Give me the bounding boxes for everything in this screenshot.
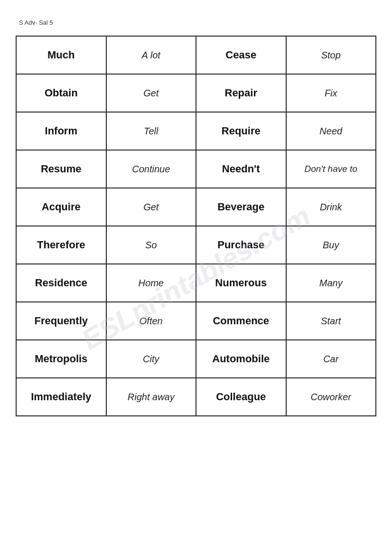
table-row: Automobile [196, 340, 286, 378]
def-7-2: Start [321, 316, 341, 326]
def-0-2: Stop [321, 50, 341, 60]
term-5-1: Therefore [37, 239, 85, 251]
term-5-2: Purchase [217, 239, 264, 251]
term-6-1: Residence [35, 277, 87, 289]
term-4-2: Beverage [217, 201, 264, 213]
table-row: Continue [106, 150, 196, 188]
table-row: Obtain [16, 74, 106, 112]
table-row: City [106, 340, 196, 378]
term-7-1: Frequently [35, 315, 88, 327]
table-row: Buy [286, 226, 376, 264]
def-9-1: Right away [128, 392, 175, 402]
table-row: Colleague [196, 378, 286, 416]
table-row: Tell [106, 112, 196, 150]
table-row: Drink [286, 188, 376, 226]
def-9-2: Coworker [310, 392, 351, 402]
def-0-1: A lot [142, 50, 160, 60]
term-0-1: Much [47, 49, 75, 61]
def-6-1: Home [139, 278, 164, 288]
table-row: Inform [16, 112, 106, 150]
def-8-1: City [143, 354, 159, 364]
page-label: S Adv- Sal 5 [19, 19, 53, 26]
def-7-1: Often [140, 316, 163, 326]
table-row: Car [286, 340, 376, 378]
term-9-1: Immediately [31, 391, 91, 403]
def-3-2: Don't have to [305, 164, 357, 174]
table-row: Therefore [16, 226, 106, 264]
table-row: Don't have to [286, 150, 376, 188]
term-2-2: Require [222, 125, 261, 137]
table-row: Cease [196, 36, 286, 74]
table-row: Needn't [196, 150, 286, 188]
def-1-2: Fix [325, 88, 337, 98]
table-row: Get [106, 188, 196, 226]
vocab-table: Much A lot Cease Stop Obtain Get Repair … [16, 36, 376, 416]
table-row: Fix [286, 74, 376, 112]
term-2-1: Inform [45, 125, 77, 137]
def-5-1: So [145, 240, 157, 250]
table-row: Resume [16, 150, 106, 188]
table-row: Require [196, 112, 286, 150]
table-row: Purchase [196, 226, 286, 264]
table-row: Metropolis [16, 340, 106, 378]
term-0-2: Cease [225, 49, 256, 61]
def-2-1: Tell [144, 126, 158, 136]
term-1-2: Repair [225, 87, 257, 99]
table-row: Right away [106, 378, 196, 416]
def-1-1: Get [143, 88, 159, 98]
table-row: Start [286, 302, 376, 340]
term-3-2: Needn't [222, 163, 260, 175]
table-row: Beverage [196, 188, 286, 226]
def-3-1: Continue [132, 164, 170, 174]
term-1-1: Obtain [45, 87, 78, 99]
table-row: Home [106, 264, 196, 302]
term-9-2: Colleague [216, 391, 266, 403]
table-row: Stop [286, 36, 376, 74]
table-row: Acquire [16, 188, 106, 226]
term-8-2: Automobile [212, 353, 270, 365]
table-row: Numerous [196, 264, 286, 302]
table-row: Frequently [16, 302, 106, 340]
table-row: Often [106, 302, 196, 340]
term-3-1: Resume [41, 163, 82, 175]
table-row: Coworker [286, 378, 376, 416]
def-5-2: Buy [323, 240, 339, 250]
term-4-1: Acquire [42, 201, 81, 213]
def-6-2: Many [319, 278, 343, 288]
table-row: Need [286, 112, 376, 150]
def-2-2: Need [319, 126, 342, 136]
table-row: Many [286, 264, 376, 302]
def-4-1: Get [143, 202, 159, 212]
table-row: Get [106, 74, 196, 112]
def-4-2: Drink [320, 202, 342, 212]
table-row: So [106, 226, 196, 264]
table-row: Repair [196, 74, 286, 112]
term-7-2: Commence [213, 315, 269, 327]
term-8-1: Metropolis [35, 353, 87, 365]
table-row: Commence [196, 302, 286, 340]
table-row: A lot [106, 36, 196, 74]
def-8-2: Car [323, 354, 338, 364]
term-6-2: Numerous [215, 277, 267, 289]
table-row: Much [16, 36, 106, 74]
table-row: Immediately [16, 378, 106, 416]
table-row: Residence [16, 264, 106, 302]
